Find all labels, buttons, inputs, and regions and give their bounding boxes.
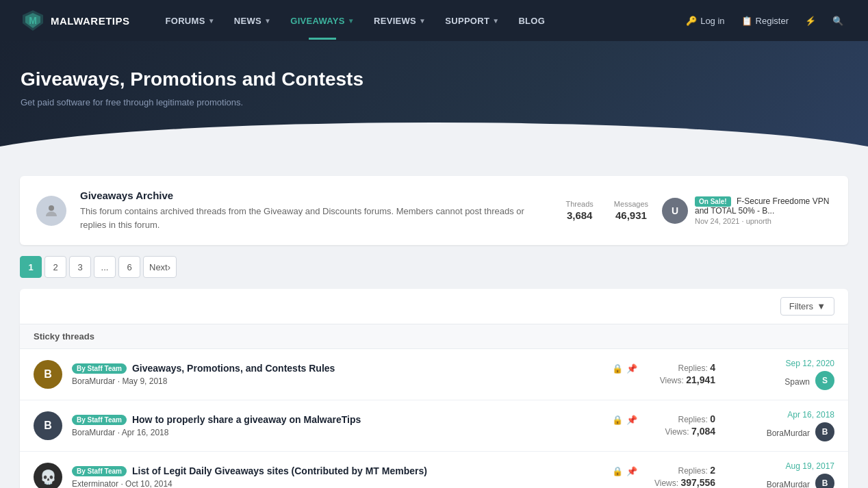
threads-count: 3,684 [566,209,593,221]
lightning-icon: ⚡ [805,16,816,26]
page-ellipsis: ... [94,256,116,278]
lock-icon: 🔒 [612,466,623,476]
avatar: 💀 [34,463,62,488]
nav-forums-arrow: ▼ [208,17,215,25]
latest-row: Spawn S [725,371,834,390]
nav-giveaways[interactable]: GIVEAWAYS ▼ [282,10,363,31]
svg-text:M: M [29,15,37,26]
messages-count: 46,931 [614,209,648,221]
archive-card: Giveaways Archive This forum contains ar… [20,176,848,245]
archive-latest-user[interactable]: upnorth [746,217,771,225]
archive-latest-date: Nov 24, 2021 [695,217,739,225]
nav-reviews[interactable]: REVIEWS ▼ [366,10,434,31]
archive-latest: U On Sale! F-Secure Freedome VPN and TOT… [662,196,832,225]
filters-button[interactable]: Filters ▼ [780,297,834,316]
nav-actions: 🔑 Log in 📋 Register ⚡ 🔍 [682,13,847,29]
thread-title-link[interactable]: List of Legit Daily Giveaways sites (Con… [132,465,602,476]
nav-blog[interactable]: BLOG [510,10,553,31]
latest-date[interactable]: Aug 19, 2017 [725,461,834,471]
lock-icon: 🔒 [612,363,623,374]
thread-top: By Staff Team How to properly share a gi… [72,414,637,425]
page-6-button[interactable]: 6 [118,256,140,278]
next-button[interactable]: Next › [143,256,177,278]
nav-reviews-arrow: ▼ [419,17,426,25]
thread-meta: Exterminator · Oct 10, 2014 [72,479,637,488]
pagination: 1 2 3 ... 6 Next › [20,256,848,278]
lightning-button[interactable]: ⚡ [801,13,820,29]
archive-title[interactable]: Giveaways Archive [80,190,552,201]
replies-row: Replies: 2 [647,465,715,476]
register-button[interactable]: 📋 Register [737,13,793,29]
table-row: B By Staff Team How to properly share a … [20,400,848,452]
avatar: B [34,411,62,440]
archive-latest-avatar: U [662,198,688,224]
table-row: B By Staff Team Giveaways, Promotions, a… [20,349,848,400]
nav-news[interactable]: NEWS ▼ [226,10,279,31]
thread-latest: Apr 16, 2018 BoraMurdar B [725,410,834,441]
avatar: B [34,360,62,389]
latest-user[interactable]: Spawn [784,377,810,387]
staff-badge: By Staff Team [72,466,127,476]
messages-label: Messages [614,200,648,208]
filter-chevron-icon: ▼ [817,301,826,311]
next-chevron-icon: › [168,262,170,272]
nav-news-arrow: ▼ [264,17,271,25]
thread-body: By Staff Team Giveaways, Promotions, and… [72,363,637,386]
replies-row: Replies: 0 [647,413,715,424]
mini-avatar: B [815,422,834,441]
latest-date[interactable]: Apr 16, 2018 [725,410,834,420]
main-content: Giveaways Archive This forum contains ar… [10,162,858,488]
archive-latest-info: On Sale! F-Secure Freedome VPN and TOTAL… [695,196,832,225]
search-button[interactable]: 🔍 [828,13,847,29]
top-navigation: M MALWARETIPS FORUMS ▼ NEWS ▼ GIVEAWAYS … [0,0,868,41]
threads-label: Threads [566,200,593,208]
nav-support[interactable]: SUPPORT ▼ [437,10,507,31]
thread-body: By Staff Team List of Legit Daily Giveaw… [72,465,637,488]
thread-latest: Aug 19, 2017 BoraMurdar B [725,461,834,488]
latest-user[interactable]: BoraMurdar [767,480,810,489]
nav-support-arrow: ▼ [492,17,499,25]
latest-user[interactable]: BoraMurdar [767,428,810,438]
site-logo[interactable]: M MALWARETIPS [21,8,130,33]
thread-meta: BoraMurdar · Apr 16, 2018 [72,428,637,437]
latest-row: BoraMurdar B [725,474,834,488]
archive-description: This forum contains archived threads fro… [80,205,552,231]
thread-date: Oct 10, 2014 [125,479,173,488]
threads-stat: Threads 3,684 [566,200,593,221]
nav-giveaways-arrow: ▼ [348,17,355,25]
thread-stats: Replies: 2 Views: 397,556 [647,465,715,488]
thread-date: Apr 16, 2018 [122,428,169,437]
page-2-button[interactable]: 2 [44,256,66,278]
thread-author[interactable]: Exterminator [72,479,118,488]
latest-date[interactable]: Sep 12, 2020 [725,359,834,368]
archive-avatar [36,196,66,226]
nav-forums[interactable]: FORUMS ▼ [157,10,223,31]
pin-icon: 📌 [626,466,637,476]
thread-author[interactable]: BoraMurdar [72,428,115,437]
thread-author[interactable]: BoraMurdar [72,376,115,386]
filters-bar: Filters ▼ [20,289,848,324]
thread-top: By Staff Team List of Legit Daily Giveaw… [72,465,637,476]
search-icon: 🔍 [832,16,843,26]
archive-stats: Threads 3,684 Messages 46,931 [566,200,649,221]
thread-title-link[interactable]: Giveaways, Promotions, and Contests Rule… [132,363,602,374]
hero-subtitle: Get paid software for free through legit… [21,97,847,107]
thread-icons: 🔒 📌 [612,466,637,476]
mini-avatar: B [815,474,834,488]
site-logo-text: MALWARETIPS [51,15,130,27]
views-row: Views: 397,556 [647,477,715,488]
hero-section: Giveaways, Promotions and Contests Get p… [0,41,868,162]
thread-title-link[interactable]: How to properly share a giveaway on Malw… [132,414,602,425]
thread-icons: 🔒 📌 [612,363,637,374]
thread-stats: Replies: 0 Views: 7,084 [647,413,715,438]
page-1-button[interactable]: 1 [20,256,42,278]
mini-avatar: S [815,371,834,390]
pin-icon: 📌 [626,363,637,374]
thread-icons: 🔒 📌 [612,415,637,425]
thread-meta: BoraMurdar · May 9, 2018 [72,376,637,386]
page-3-button[interactable]: 3 [69,256,91,278]
messages-stat: Messages 46,931 [614,200,648,221]
thread-date: May 9, 2018 [122,376,167,386]
login-button[interactable]: 🔑 Log in [682,13,728,29]
nav-items: FORUMS ▼ NEWS ▼ GIVEAWAYS ▼ REVIEWS ▼ SU… [157,10,682,31]
